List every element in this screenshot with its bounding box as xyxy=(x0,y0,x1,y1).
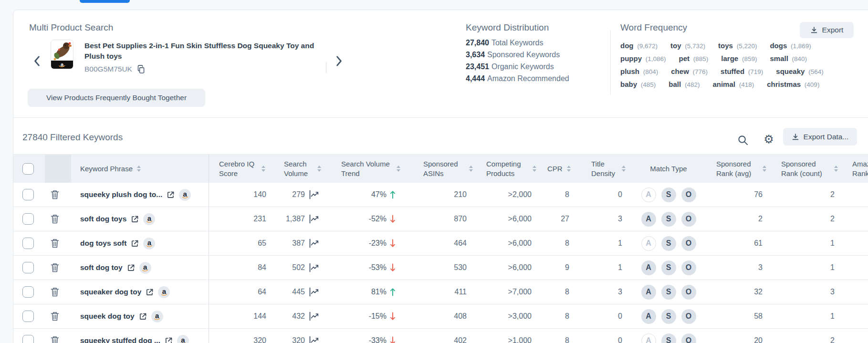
keyword-cell: squeek dog toy a xyxy=(71,304,209,328)
trend-chart-icon[interactable] xyxy=(309,263,319,272)
word-frequency-item[interactable]: animal (418) xyxy=(712,80,754,88)
external-link-icon[interactable] xyxy=(165,337,173,343)
word-frequency-item[interactable]: pet (885) xyxy=(679,54,709,62)
external-link-icon[interactable] xyxy=(167,191,175,199)
column-header-amazon-rank[interactable]: Amazon Rank xyxy=(838,155,868,183)
chevron-right-icon xyxy=(336,55,342,67)
column-header-cerebro-iq-score[interactable]: Cerebro IQ Score xyxy=(209,155,276,183)
search-volume-cell: 387 xyxy=(276,231,321,255)
row-checkbox[interactable] xyxy=(22,286,34,298)
external-link-icon[interactable] xyxy=(131,215,139,223)
cerebro-iq-score-cell: 320 xyxy=(209,329,276,343)
column-header-search-volume-trend[interactable]: Search Volume Trend xyxy=(321,155,400,183)
competing-products-cell: >7,000 xyxy=(473,280,537,304)
word-frequency-item[interactable]: chew (776) xyxy=(671,67,708,75)
amazon-rank-cell xyxy=(838,256,868,280)
search-volume-trend-cell: -23% xyxy=(321,231,400,255)
row-checkbox[interactable] xyxy=(22,238,34,249)
next-product-button[interactable] xyxy=(333,54,345,68)
word-frequency-item[interactable]: ball (482) xyxy=(669,80,700,88)
word-frequency-item[interactable]: puppy (1,086) xyxy=(620,54,666,62)
keyword-phrase: squeaker dog toy xyxy=(80,288,141,296)
column-header-sponsored-rank-count[interactable]: Sponsored Rank (count) xyxy=(766,155,838,183)
trash-icon[interactable] xyxy=(50,238,60,249)
trend-down-icon xyxy=(390,312,396,321)
export-data-button[interactable]: Export Data... xyxy=(783,128,857,146)
external-link-icon[interactable] xyxy=(139,312,147,321)
active-tab-indicator[interactable] xyxy=(80,0,130,3)
word-frequency-item[interactable]: plush (804) xyxy=(620,67,658,75)
amazon-badge-icon[interactable]: a xyxy=(177,335,189,343)
trash-icon[interactable] xyxy=(50,214,60,224)
word-frequency-item[interactable]: stuffed (719) xyxy=(721,67,763,75)
section-divider xyxy=(13,117,868,118)
trend-down-icon xyxy=(390,263,396,272)
select-all-checkbox[interactable] xyxy=(22,163,34,175)
amazon-badge-icon[interactable]: a xyxy=(143,238,155,249)
amazon-badge-icon[interactable]: a xyxy=(139,262,151,274)
sponsored-rank-count-cell: 2 xyxy=(766,183,838,207)
trend-chart-icon[interactable] xyxy=(309,336,319,343)
trash-icon[interactable] xyxy=(50,311,60,322)
table-row: dog toys soft a 65 387 -23% xyxy=(13,231,868,256)
row-delete-cell xyxy=(45,231,71,255)
word-frequency-item[interactable]: dog (9,672) xyxy=(620,42,658,50)
trash-icon[interactable] xyxy=(50,335,60,343)
external-link-icon[interactable] xyxy=(131,239,139,248)
column-header-cpr[interactable]: CPR xyxy=(537,155,573,183)
product-image-art xyxy=(51,40,73,62)
word-frequency-item[interactable]: dogs (1,869) xyxy=(770,42,811,50)
trend-chart-icon[interactable] xyxy=(309,214,319,224)
trash-icon[interactable] xyxy=(50,262,60,273)
word-frequency-item[interactable]: squeaky (564) xyxy=(776,67,823,75)
previous-product-button[interactable] xyxy=(31,54,43,68)
competing-products-cell: >6,000 xyxy=(473,207,537,231)
trend-chart-icon[interactable] xyxy=(309,239,319,248)
word-frequency-item[interactable]: small (840) xyxy=(770,54,807,62)
column-header-title-density[interactable]: Title Density xyxy=(573,155,626,183)
match-type-cell: A S O xyxy=(626,207,711,231)
product-thumbnail[interactable]: a xyxy=(51,40,73,69)
keyword-phrase: squeeky stuffed dog ... xyxy=(80,336,160,343)
export-word-frequency-button[interactable]: Export xyxy=(800,22,854,38)
copy-asin-button[interactable] xyxy=(136,64,146,74)
word-frequency-title: Word Frequency xyxy=(620,22,687,33)
match-type-badge-amazon: A xyxy=(641,187,656,202)
amazon-badge-icon[interactable]: a xyxy=(151,311,163,322)
keyword-cell: squeeky stuffed dog ... a xyxy=(71,329,209,343)
sort-arrows-icon xyxy=(469,166,473,172)
gear-icon[interactable]: ⚙ xyxy=(762,132,776,146)
row-checkbox[interactable] xyxy=(22,189,34,200)
row-checkbox[interactable] xyxy=(22,311,34,322)
word-frequency-item[interactable]: large (859) xyxy=(721,54,757,62)
column-header-competing-products[interactable]: Competing Products xyxy=(473,155,537,183)
copy-icon xyxy=(136,64,146,74)
trend-chart-icon[interactable] xyxy=(309,312,319,321)
trend-chart-icon[interactable] xyxy=(309,190,319,199)
search-button[interactable] xyxy=(737,134,749,146)
amazon-badge-icon[interactable]: a xyxy=(143,213,155,225)
amazon-badge-icon[interactable]: a xyxy=(179,189,191,201)
external-link-icon[interactable] xyxy=(127,264,135,272)
amazon-badge-icon[interactable]: a xyxy=(158,286,170,298)
column-header-keyword-phrase[interactable]: Keyword Phrase xyxy=(71,155,209,183)
view-frequently-bought-together-button[interactable]: View Products Frequently Bought Together xyxy=(28,89,205,107)
word-frequency-item[interactable]: toy (5,732) xyxy=(670,42,705,50)
external-link-icon[interactable] xyxy=(146,288,154,296)
trash-icon[interactable] xyxy=(50,287,60,297)
word-frequency-item[interactable]: baby (485) xyxy=(620,80,656,88)
trash-icon[interactable] xyxy=(50,189,60,200)
column-header-sponsored-rank-avg[interactable]: Sponsored Rank (avg) xyxy=(711,155,766,183)
row-checkbox[interactable] xyxy=(22,213,34,225)
row-checkbox[interactable] xyxy=(22,335,34,343)
keyword-phrase: squeeky plush dog to... xyxy=(80,190,162,199)
word-frequency-item[interactable]: toys (5,220) xyxy=(718,42,757,50)
amazon-rank-cell xyxy=(838,329,868,343)
row-checkbox[interactable] xyxy=(22,262,34,273)
keyword-distribution-stat: 3,634Sponsored Keywords xyxy=(466,51,569,59)
search-icon xyxy=(737,135,749,146)
trend-chart-icon[interactable] xyxy=(309,287,319,297)
column-header-search-volume[interactable]: Search Volume xyxy=(276,155,321,183)
column-header-sponsored-asins[interactable]: Sponsored ASINs xyxy=(400,155,473,183)
word-frequency-item[interactable]: christmas (409) xyxy=(767,80,819,88)
